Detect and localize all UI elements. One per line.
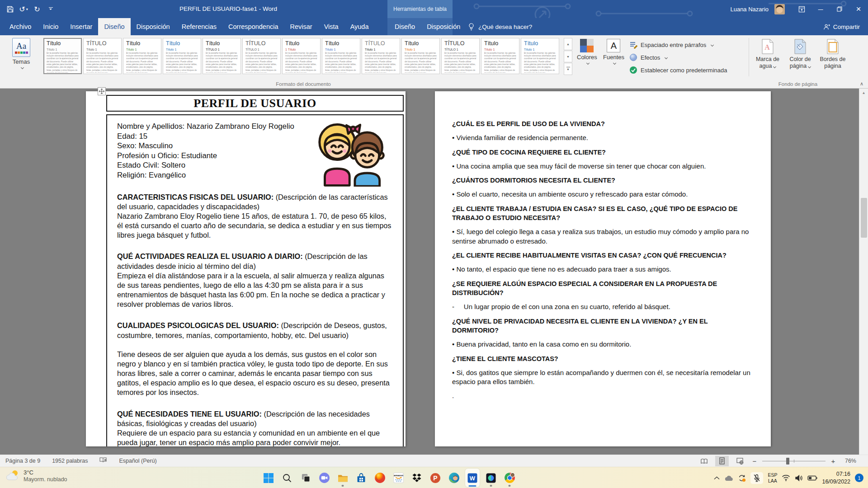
- tell-me-box[interactable]: ¿Qué desea hacer?: [468, 18, 532, 35]
- watermark-button[interactable]: A Marca de agua: [753, 39, 782, 70]
- ribbon-tab[interactable]: Ayuda: [344, 18, 375, 35]
- girl-and-boy-clipart[interactable]: [314, 119, 392, 187]
- taskbar-icon-webex[interactable]: [484, 469, 498, 487]
- weather-widget[interactable]: 3°C Mayorm. nublado: [5, 469, 67, 483]
- taskbar-icon-start[interactable]: [261, 469, 276, 487]
- page-borders-button[interactable]: Bordes de página: [818, 39, 847, 70]
- style-set-thumbnail[interactable]: Título TÍTULO 1 En la pestaña Insertar, …: [203, 38, 241, 74]
- zoom-percentage[interactable]: 76%: [841, 458, 856, 464]
- taskbar-icon-dropbox[interactable]: [410, 469, 424, 487]
- style-set-thumbnail[interactable]: Título Título 1 En la pestaña Insertar, …: [521, 38, 559, 74]
- style-set-thumbnail[interactable]: Título Título 1 En la pestaña Insertar, …: [322, 38, 360, 74]
- themes-button[interactable]: Aa Temas: [3, 38, 40, 83]
- onedrive-cloud-icon[interactable]: [724, 475, 733, 481]
- style-set-thumbnail[interactable]: Título 1 Título En la pestaña Insertar, …: [282, 38, 321, 74]
- volume-icon[interactable]: [795, 474, 803, 482]
- taskbar-icon-firefox[interactable]: [373, 469, 387, 487]
- taskbar-icon-amazon[interactable]: amazon: [391, 469, 406, 487]
- ribbon-tab[interactable]: Correspondencia: [222, 18, 284, 35]
- minimize-button[interactable]: ─: [811, 0, 830, 18]
- table-move-handle[interactable]: [98, 87, 106, 95]
- taskbar-icon-edge[interactable]: [447, 469, 461, 487]
- ribbon-tab[interactable]: Archivo: [4, 18, 37, 35]
- language-indicator[interactable]: Español (Perú): [119, 458, 156, 464]
- file-explorer-icon: [337, 472, 349, 483]
- style-set-thumbnail[interactable]: Título Título 1 En la pestaña Insertar, …: [123, 38, 161, 74]
- question-text: ¿EL CLIENTE RECIBE HABITUALMENTE VISITAS…: [452, 251, 752, 260]
- print-layout-button[interactable]: [715, 456, 729, 466]
- language-input-indicator[interactable]: ESP LAA: [768, 472, 777, 483]
- web-layout-button[interactable]: [733, 456, 747, 466]
- taskbar-icon-task-view[interactable]: [298, 469, 313, 487]
- zoom-slider-thumb[interactable]: [786, 458, 789, 465]
- document-title-cell[interactable]: PERFIL DE USUARIO: [106, 95, 404, 112]
- style-set-thumbnail[interactable]: TÍTULO Título 1 En la pestaña Insertar, …: [83, 38, 122, 74]
- ribbon-tab[interactable]: Disposición: [131, 18, 176, 35]
- battery-icon[interactable]: [807, 475, 817, 481]
- taskbar-icon-microsoft-store[interactable]: [354, 469, 368, 487]
- ribbon-tab[interactable]: Diseño: [98, 18, 130, 35]
- style-set-thumbnail[interactable]: Título Título 1 En la pestaña Insertar, …: [163, 38, 201, 74]
- document-page-3[interactable]: PERFIL DE USUARIO: [86, 91, 406, 446]
- read-mode-button[interactable]: [697, 456, 711, 466]
- taskbar-icon-file-explorer[interactable]: [335, 469, 350, 487]
- style-set-thumbnail[interactable]: TÍTULO Título 1 En la pestaña Insertar, …: [362, 38, 400, 74]
- effects-button[interactable]: Efectos: [629, 53, 727, 61]
- wifi-icon[interactable]: [782, 474, 790, 481]
- paragraph-spacing-button[interactable]: Espaciado entre párrafos: [629, 41, 727, 49]
- proofing-errors-icon[interactable]: [99, 457, 107, 465]
- zoom-out-button[interactable]: −: [751, 457, 758, 465]
- sync-update-icon[interactable]: [738, 474, 746, 482]
- taskbar-icon-chat[interactable]: [317, 469, 331, 487]
- scroll-up-arrow-icon[interactable]: ▲: [859, 89, 868, 97]
- ribbon-tab[interactable]: Referencias: [176, 18, 222, 35]
- clock-widget[interactable]: 07:16 16/09/2022: [822, 470, 850, 485]
- section-body: Nazario Zambrano Eloy Rogelio tiene 15 a…: [117, 211, 394, 240]
- document-body-cell[interactable]: Nombre y Apellidos: Nazario Zambrano Elo…: [106, 114, 404, 446]
- ribbon-tab[interactable]: Inicio: [37, 18, 64, 35]
- taskbar-icon-powerpoint[interactable]: P: [428, 469, 443, 487]
- gallery-more-button[interactable]: ▼: [564, 63, 572, 75]
- tray-chevron-up-icon[interactable]: [714, 476, 720, 480]
- word-application-window: ↺▾ ↻ PERFIL DE USUARIO-fase1 - Word Herr…: [0, 0, 868, 488]
- style-set-thumbnail[interactable]: TÍTULO TÍTULO 1 En la pestaña Insertar, …: [242, 38, 281, 74]
- question-text: ¿SE REQUIERE ALGÚN ESPACIO ESPECIAL A CO…: [452, 279, 752, 297]
- word-count[interactable]: 1952 palabras: [52, 458, 88, 464]
- taskbar-icon-chrome[interactable]: [502, 469, 517, 487]
- collapse-ribbon-icon[interactable]: ∧: [860, 81, 863, 87]
- gallery-scroll-down-button[interactable]: ▼: [564, 51, 572, 63]
- restore-button[interactable]: [830, 0, 849, 18]
- document-page-4[interactable]: ¿CUÁL ES EL PERFIL DE USO DE LA VIVIENDA…: [435, 91, 771, 446]
- close-button[interactable]: ×: [849, 0, 868, 18]
- thumbnail-subtitle: Título 1: [47, 48, 79, 51]
- zoom-in-button[interactable]: +: [830, 457, 836, 465]
- set-as-default-button[interactable]: Establecer como predeterminada: [629, 66, 727, 74]
- style-set-thumbnail[interactable]: TÍTULO TÍTULO 1 En la pestaña Insertar, …: [441, 38, 480, 74]
- page-color-button[interactable]: Color de página: [786, 39, 815, 70]
- colors-button[interactable]: Colores: [577, 39, 597, 64]
- ribbon-tab[interactable]: Vista: [318, 18, 344, 35]
- microphone-muted-icon[interactable]: [750, 472, 763, 484]
- zoom-slider[interactable]: [762, 457, 826, 465]
- ribbon-tab[interactable]: Revisar: [284, 18, 318, 35]
- svg-text:W: W: [470, 475, 476, 482]
- scrollbar-thumb[interactable]: [861, 198, 867, 238]
- page-color-icon: [793, 39, 807, 54]
- style-set-thumbnail[interactable]: Título Título 1 En la pestaña Insertar, …: [43, 38, 82, 74]
- taskbar-icon-search[interactable]: [280, 469, 294, 487]
- avatar[interactable]: [774, 4, 785, 14]
- account-user-name[interactable]: Luana Nazario: [730, 6, 769, 13]
- style-set-thumbnail[interactable]: Título Título 1 En la pestaña Insertar, …: [481, 38, 519, 74]
- ribbon-display-options-icon[interactable]: [792, 0, 811, 18]
- fonts-button[interactable]: A Fuentes: [603, 39, 624, 64]
- contextual-ribbon-tab[interactable]: Disposición: [421, 18, 466, 35]
- notification-count-badge[interactable]: 1: [855, 474, 863, 482]
- taskbar-icon-word[interactable]: W: [465, 469, 480, 487]
- contextual-ribbon-tab[interactable]: Diseño: [389, 18, 421, 35]
- ribbon-tab[interactable]: Insertar: [64, 18, 98, 35]
- vertical-scrollbar[interactable]: ▲: [859, 89, 868, 455]
- share-button[interactable]: Compartir: [823, 18, 860, 35]
- style-set-thumbnail[interactable]: Título Título 1 En la pestaña Insertar, …: [401, 38, 440, 74]
- gallery-scroll-up-button[interactable]: ▲: [564, 38, 572, 50]
- page-indicator[interactable]: Página 3 de 9: [5, 458, 40, 464]
